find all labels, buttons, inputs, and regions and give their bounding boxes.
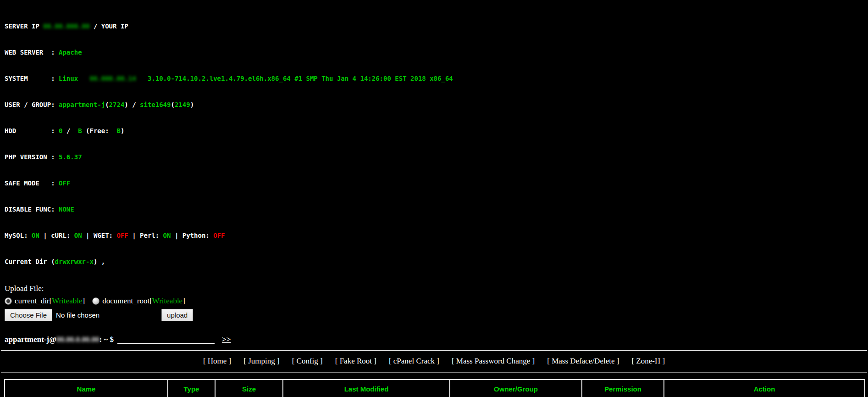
web-server-value: Apache [59, 49, 82, 56]
server-ip-label: SERVER IP [5, 22, 43, 30]
document-root-radio[interactable] [92, 297, 100, 305]
document-root-writeable: Writeable [152, 296, 182, 306]
group-name: site1649 [140, 101, 171, 108]
file-listing-table: Name Type Size Last Modified Owner/Group… [4, 379, 865, 397]
table-header-row: Name Type Size Last Modified Owner/Group… [5, 380, 865, 397]
col-header-name: Name [5, 380, 168, 397]
upload-target-row: current_dir [ Writeable ] document_root … [5, 296, 868, 306]
nav-item-mass-deface-delete[interactable]: [ Mass Deface/Delete ] [547, 357, 619, 367]
upload-section: Upload File: current_dir [ Writeable ] d… [5, 284, 868, 321]
wget-status: OFF [116, 232, 128, 239]
user-name: appartment-j [59, 101, 105, 108]
prompt-host-redacted: 00.00.0.00.00 [56, 335, 100, 344]
kernel-version: 3.10.0-714.10.2.lve1.4.79.el6h.x86_64 #1… [136, 75, 453, 82]
hostname-redacted: 00.000.00.14 [89, 75, 136, 82]
divider-bottom [1, 372, 867, 373]
col-header-owner-group: Owner/Group [450, 380, 582, 397]
upload-button[interactable]: upload [161, 309, 193, 321]
command-input[interactable] [117, 333, 215, 344]
server-ip-redacted: 00.00.000.00 [43, 22, 89, 30]
nav-item-zone-h[interactable]: [ Zone-H ] [631, 357, 665, 367]
command-submit-link[interactable]: >> [222, 335, 231, 344]
current-dir-label: current_dir [15, 296, 50, 306]
choose-file-button[interactable]: Choose File [5, 309, 52, 321]
upload-title: Upload File: [5, 284, 868, 293]
features-line: MySQL: ON | cURL: ON | WGET: OFF | Perl:… [5, 231, 868, 240]
safe-mode-line: SAFE MODE : OFF [5, 179, 868, 188]
prompt-suffix: : ~ $ [100, 335, 114, 344]
document-root-label: document_root [102, 296, 149, 306]
system-line: SYSTEM : Linux 00.000.00.14 3.10.0-714.1… [5, 74, 868, 83]
your-ip-label: / YOUR IP [89, 22, 128, 30]
hdd-line: HDD : 0 / B (Free: B) [5, 127, 868, 135]
nav-item-fake-root[interactable]: [ Fake Root ] [335, 357, 376, 367]
safe-mode-value: OFF [59, 179, 70, 187]
php-version-value: 5.6.37 [59, 153, 82, 161]
nav-item-jumping[interactable]: [ Jumping ] [243, 357, 279, 367]
col-header-last-modified: Last Modified [283, 380, 450, 397]
col-header-type: Type [168, 380, 215, 397]
web-server-line: WEB SERVER : Apache [5, 48, 868, 57]
file-input-row: Choose File No file chosen upload [5, 309, 868, 321]
user-group-line: USER / GROUP: appartment-j(2724) / site1… [5, 101, 868, 109]
current-dir-permission: drwxrwxr-x [55, 258, 94, 265]
curl-status: ON [74, 232, 82, 239]
nav-menu: [ Home ] [ Jumping ] [ Config ] [ Fake R… [0, 357, 868, 367]
current-dir-radio[interactable] [5, 297, 12, 305]
prompt-user: appartment-j@ [5, 335, 56, 344]
divider-top [1, 350, 867, 351]
perl-status: ON [163, 232, 171, 239]
group-id: 2149 [175, 101, 190, 108]
user-id: 2724 [109, 101, 125, 108]
php-version-line: PHP VERSION : 5.6.37 [5, 153, 868, 162]
col-header-permission: Permission [582, 380, 664, 397]
mysql-status: ON [32, 232, 39, 239]
col-header-action: Action [664, 380, 865, 397]
file-chosen-status: No file chosen [56, 311, 100, 319]
server-ip-line: SERVER IP 00.00.000.00 / YOUR IP [5, 22, 868, 31]
python-status: OFF [213, 232, 225, 239]
terminal-prompt: appartment-j@00.00.0.00.00: ~ $ >> [5, 333, 868, 344]
disable-func-value: NONE [59, 206, 74, 213]
nav-item-cpanel-crack[interactable]: [ cPanel Crack ] [389, 357, 439, 367]
disable-func-line: DISABLE FUNC: NONE [5, 205, 868, 214]
current-dir-line: Current Dir (drwxrwxr-x) , [5, 257, 868, 266]
nav-item-mass-password-change[interactable]: [ Mass Password Change ] [452, 357, 535, 367]
current-dir-writeable: Writeable [52, 296, 82, 306]
server-info-block: SERVER IP 00.00.000.00 / YOUR IP WEB SER… [0, 0, 868, 275]
col-header-size: Size [215, 380, 283, 397]
nav-item-config[interactable]: [ Config ] [292, 357, 323, 367]
nav-item-home[interactable]: [ Home ] [203, 357, 231, 367]
